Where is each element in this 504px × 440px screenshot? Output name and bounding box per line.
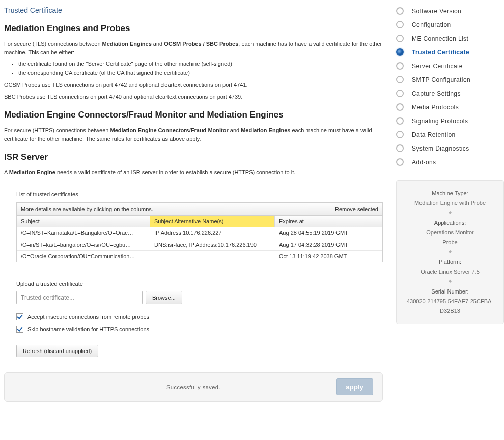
text: and xyxy=(152,41,164,47)
col-san[interactable]: Subject Alternative Name(s) xyxy=(150,216,275,227)
nav-label: Trusted Certificate xyxy=(412,49,469,56)
nav-bullet-icon xyxy=(396,144,404,152)
text-bold: Mediation Engine Connectors/Fraud Monito… xyxy=(110,127,228,133)
checkbox-accept-insecure[interactable] xyxy=(16,313,23,320)
grid-header: Subject Subject Alternative Name(s) Expi… xyxy=(17,216,382,227)
divider-icon: ◆ xyxy=(401,276,499,287)
browse-button[interactable]: Browse... xyxy=(146,291,182,304)
cert-grid: More details are available by clicking o… xyxy=(16,202,383,262)
remove-selected-button[interactable]: Remove selected xyxy=(335,206,378,212)
checkbox-label: Skip hostname validation for HTTPS conne… xyxy=(27,326,149,332)
nav-bullet-icon xyxy=(396,117,404,125)
cell-san: DNS:isr-face, IP Address:10.176.226.190 xyxy=(150,239,275,250)
refresh-button[interactable]: Refresh (discard unapplied) xyxy=(16,345,98,357)
nav-item[interactable]: Trusted Certificate xyxy=(396,45,504,59)
section-heading-probes: Mediation Engines and Probes xyxy=(4,23,383,34)
nav-label: System Diagnostics xyxy=(412,145,469,152)
section-heading-isr: ISR Server xyxy=(4,152,383,162)
nav-bullet-icon xyxy=(396,103,404,111)
bullet-list: the certificate found on the "Server Cer… xyxy=(18,60,383,77)
nav-bullet-icon xyxy=(396,48,404,56)
wizard-nav: Software VersionConfigurationME Connecti… xyxy=(396,4,504,169)
info-value: 430020-214795-54EAE7-25CFBA-D32B13 xyxy=(401,297,499,315)
nav-item[interactable]: Media Protocols xyxy=(396,100,504,114)
cell-expires: Oct 13 11:19:42 2038 GMT xyxy=(275,251,382,262)
text-bold: Mediation Engine xyxy=(9,169,55,175)
cell-expires: Aug 17 04:32:28 2019 GMT xyxy=(275,239,382,250)
table-row[interactable]: /C=in/ST=ka/L=bangalore/O=isr/OU=cgbu…DN… xyxy=(17,239,382,251)
section-heading-mec: Mediation Engine Connectors/Fraud Monito… xyxy=(4,110,383,120)
nav-bullet-icon xyxy=(396,62,404,70)
info-label: Serial Number: xyxy=(401,287,499,297)
text: A xyxy=(4,169,9,175)
nav-bullet-icon xyxy=(396,7,404,15)
nav-item[interactable]: Server Certificate xyxy=(396,59,504,73)
paragraph: OCSM Probes use TLS connections on port … xyxy=(4,81,383,90)
nav-item[interactable]: Add-ons xyxy=(396,155,504,169)
table-row[interactable]: /O=Oracle Corporation/OU=Communication…O… xyxy=(17,251,382,262)
nav-bullet-icon xyxy=(396,158,404,166)
text-bold: Mediation Engines xyxy=(102,41,152,47)
nav-label: Capture Settings xyxy=(412,90,461,97)
checkbox-label: Accept insecure connections from remote … xyxy=(27,314,149,320)
nav-item[interactable]: Software Version xyxy=(396,4,504,18)
nav-bullet-icon xyxy=(396,76,404,83)
text-bold: Mediation Engines xyxy=(241,127,290,133)
upload-label: Upload a trusted certificate xyxy=(16,281,383,287)
nav-bullet-icon xyxy=(396,90,404,97)
info-value: Oracle Linux Server 7.5 xyxy=(401,267,499,277)
paragraph: For secure (HTTPS) connections between M… xyxy=(4,126,383,143)
text: For secure (TLS) connections between xyxy=(4,41,102,47)
cell-subject: /C=in/ST=ka/L=bangalore/O=isr/OU=cgbu… xyxy=(17,239,150,250)
col-expires[interactable]: Expires at xyxy=(275,216,382,227)
info-value: Probe xyxy=(401,238,499,247)
nav-label: ME Connection List xyxy=(412,35,468,42)
info-label: Machine Type: xyxy=(401,189,499,198)
nav-label: Software Version xyxy=(412,8,461,15)
nav-item[interactable]: Data Retention xyxy=(396,128,504,141)
nav-label: Server Certificate xyxy=(412,63,463,70)
info-label: Applications: xyxy=(401,218,499,228)
nav-label: SMTP Configuration xyxy=(412,76,470,83)
nav-item[interactable]: System Diagnostics xyxy=(396,141,504,155)
paragraph: For secure (TLS) connections between Med… xyxy=(4,40,383,56)
info-label: Platform: xyxy=(401,257,499,267)
upload-file-input[interactable]: Trusted certificate... xyxy=(16,291,143,304)
list-item: the certificate found on the "Server Cer… xyxy=(18,60,383,68)
cell-subject: /O=Oracle Corporation/OU=Communication… xyxy=(17,251,150,262)
nav-item[interactable]: ME Connection List xyxy=(396,32,504,45)
col-subject[interactable]: Subject xyxy=(17,216,150,227)
nav-item[interactable]: SMTP Configuration xyxy=(396,73,504,86)
apply-bar: Successfully saved. apply xyxy=(4,372,383,402)
apply-button[interactable]: apply xyxy=(336,378,373,395)
nav-item[interactable]: Signaling Protocols xyxy=(396,114,504,128)
cell-expires: Aug 28 04:55:19 2019 GMT xyxy=(275,227,382,239)
grid-hint: More details are available by clicking o… xyxy=(21,206,153,212)
cell-san: IP Address:10.176.226.227 xyxy=(150,227,275,239)
table-row[interactable]: /C=IN/ST=Karnataka/L=Bangalore/O=Orac…IP… xyxy=(17,227,382,239)
divider-icon: ◆ xyxy=(401,208,499,218)
cert-panel-title: List of trusted certificates xyxy=(16,191,383,197)
nav-label: Add-ons xyxy=(412,159,436,166)
text: needs a valid certificate of an ISR serv… xyxy=(55,169,295,175)
nav-item[interactable]: Configuration xyxy=(396,18,504,32)
page-title: Trusted Certificate xyxy=(4,6,383,14)
paragraph: A Mediation Engine needs a valid certifi… xyxy=(4,168,383,177)
nav-item[interactable]: Capture Settings xyxy=(396,86,504,100)
cell-subject: /C=IN/ST=Karnataka/L=Bangalore/O=Orac… xyxy=(17,227,150,239)
machine-info-card: Machine Type: Mediation Engine with Prob… xyxy=(396,180,504,324)
list-item: the corresponding CA certificate (of the… xyxy=(18,69,383,77)
checkbox-skip-hostname[interactable] xyxy=(16,326,23,333)
info-value: Mediation Engine with Probe xyxy=(401,198,499,208)
text: and xyxy=(229,127,241,133)
info-value: Operations Monitor xyxy=(401,228,499,238)
nav-bullet-icon xyxy=(396,21,404,28)
text-bold: OCSM Probes / SBC Probes xyxy=(164,41,238,47)
nav-bullet-icon xyxy=(396,35,404,42)
cell-san xyxy=(150,251,275,262)
apply-status: Successfully saved. xyxy=(166,384,220,390)
text: For secure (HTTPS) connections between xyxy=(4,127,110,133)
paragraph: SBC Probes use TLS connections on port 4… xyxy=(4,93,383,101)
nav-label: Media Protocols xyxy=(412,104,459,111)
nav-label: Configuration xyxy=(412,21,451,28)
